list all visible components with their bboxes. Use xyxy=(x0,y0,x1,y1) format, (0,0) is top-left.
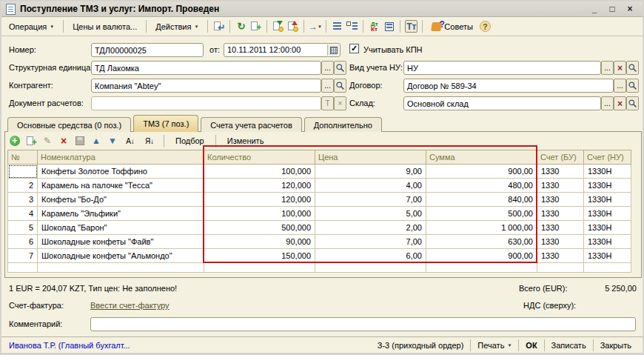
nu-kind-select-button[interactable]: ... xyxy=(601,61,614,75)
settlement-doc-input[interactable] xyxy=(91,96,321,110)
save-button[interactable]: Записать xyxy=(544,339,593,351)
document-coins-out-button[interactable] xyxy=(286,20,299,33)
cell-number[interactable]: 1 xyxy=(8,165,38,179)
date-field[interactable]: 10.11.2011 12:00:00 xyxy=(224,43,341,57)
cell-quantity[interactable]: 120,000 xyxy=(204,193,315,207)
warehouse-clear-button[interactable]: × xyxy=(614,96,626,110)
cell-price[interactable]: 7,00 xyxy=(315,193,426,207)
structural-unit-search-button[interactable] xyxy=(334,61,346,75)
tab-tmz[interactable]: ТМЗ (7 поз.) xyxy=(133,115,198,132)
cell-sum[interactable]: 1 000,00 xyxy=(426,221,537,235)
actions-menu-button[interactable]: Действия ▼ xyxy=(151,21,203,33)
minimize-button[interactable]: _ xyxy=(589,4,600,14)
cell-sum[interactable]: 840,00 xyxy=(426,193,537,207)
tab-settlement-accounts[interactable]: Счета учета расчетов xyxy=(201,117,301,132)
ok-button[interactable]: ОК xyxy=(518,339,543,351)
cell-number[interactable]: 4 xyxy=(8,207,38,221)
nu-kind-search-button[interactable] xyxy=(626,61,639,75)
cell-account-bu[interactable]: 1330 xyxy=(537,165,584,179)
repost-document-button[interactable]: ↵ xyxy=(212,20,225,33)
warehouse-search-button[interactable] xyxy=(626,96,639,110)
cell-account-bu[interactable]: 1330 xyxy=(537,179,584,193)
settlement-doc-text-button[interactable]: T xyxy=(321,96,334,110)
cell-nomenclature[interactable]: Карамель на палочке "Тесса" xyxy=(38,179,204,193)
copy-row-button[interactable]: + xyxy=(25,135,37,147)
delete-row-button[interactable]: × xyxy=(58,135,70,147)
contract-select-button[interactable]: ... xyxy=(614,79,626,93)
cell-quantity[interactable]: 150,000 xyxy=(204,249,315,263)
cell-account-bu[interactable]: 1330 xyxy=(537,193,584,207)
help-button[interactable]: ? xyxy=(480,21,491,32)
cell-price[interactable]: 2,00 xyxy=(315,221,426,235)
pick-button[interactable]: Подбор xyxy=(171,136,209,146)
tab-additional[interactable]: Дополнительно xyxy=(304,117,382,132)
warehouse-select-button[interactable]: ... xyxy=(601,96,614,110)
report-structure-button[interactable] xyxy=(383,20,395,33)
cell-account-bu[interactable]: 1330 xyxy=(537,235,584,249)
cell-number[interactable]: 5 xyxy=(8,221,38,235)
cell-quantity[interactable]: 500,000 xyxy=(204,221,315,235)
kpn-checkbox[interactable]: ✓ xyxy=(349,44,359,53)
refresh-button[interactable]: ↻ xyxy=(235,20,247,33)
cell-price[interactable]: 6,00 xyxy=(315,249,426,263)
checklist-button[interactable] xyxy=(346,20,358,33)
cell-account-nu[interactable]: 1330Н xyxy=(584,165,631,179)
close-button[interactable]: × xyxy=(625,4,635,14)
tips-button[interactable]: Советы xyxy=(427,21,477,33)
cell-account-nu[interactable]: 1330Н xyxy=(584,193,631,207)
cell-quantity[interactable]: 100,000 xyxy=(204,165,315,179)
cell-account-nu[interactable]: 1330Н xyxy=(584,207,631,221)
document-coins-in-button[interactable] xyxy=(272,20,284,33)
warehouse-input[interactable] xyxy=(403,96,601,110)
sort-desc-button[interactable]: Я↓ xyxy=(142,135,157,147)
receipt-order-button[interactable]: З-3 (приходный ордер) xyxy=(371,339,471,351)
nu-kind-clear-button[interactable]: × xyxy=(614,61,626,75)
settlement-doc-clear-button[interactable]: × xyxy=(334,96,346,110)
copy-document-button[interactable]: + xyxy=(249,20,262,33)
cell-sum[interactable]: 900,00 xyxy=(426,249,537,263)
end-edit-button[interactable] xyxy=(74,135,86,147)
contract-input[interactable] xyxy=(403,79,614,93)
print-button[interactable]: Печать ▼ xyxy=(470,339,518,351)
cell-nomenclature[interactable]: Шоколадные конфеты "Файв" xyxy=(38,235,204,249)
cell-sum[interactable]: 480,00 xyxy=(426,179,537,193)
cell-number[interactable]: 7 xyxy=(8,249,38,263)
cell-number[interactable]: 2 xyxy=(8,179,38,193)
cell-account-nu[interactable]: 1330Н xyxy=(584,179,631,193)
change-button[interactable]: Изменить xyxy=(223,136,269,146)
add-row-button[interactable]: + xyxy=(9,135,21,147)
cell-price[interactable]: 7,00 xyxy=(315,235,426,249)
cell-sum[interactable]: 900,00 xyxy=(426,165,537,179)
edit-row-button[interactable]: ✎ xyxy=(41,135,53,147)
structure-list-button[interactable] xyxy=(331,20,343,33)
goto-button[interactable]: → ▼ xyxy=(309,20,321,33)
maximize-button[interactable]: □ xyxy=(607,4,617,14)
cell-price[interactable]: 5,00 xyxy=(315,207,426,221)
sort-asc-button[interactable]: А↓ xyxy=(123,135,138,147)
cell-sum[interactable]: 630,00 xyxy=(426,235,537,249)
cell-nomenclature[interactable]: Шоколад "Барон" xyxy=(38,221,204,235)
cell-nomenclature[interactable]: Конфеты Золотое Тоффино xyxy=(38,165,204,179)
cell-sum[interactable]: 500,00 xyxy=(426,207,537,221)
dt-kt-postings-button[interactable]: Дт Кт xyxy=(368,20,380,33)
structural-unit-select-button[interactable]: ... xyxy=(321,61,334,75)
close-form-button[interactable]: Закрыть xyxy=(593,339,638,351)
cell-account-nu[interactable]: 1330Н xyxy=(584,235,631,249)
tab-fixed-assets[interactable]: Основные средства (0 поз.) xyxy=(7,117,131,132)
cell-quantity[interactable]: 90,000 xyxy=(204,235,315,249)
calendar-button[interactable] xyxy=(327,44,339,56)
cell-number[interactable]: 3 xyxy=(8,193,38,207)
cell-nomenclature[interactable]: Шоколадные конфеты "Альмондо" xyxy=(38,249,204,263)
cell-account-nu[interactable]: 1330Н xyxy=(584,249,631,263)
operation-menu-button[interactable]: Операция ▼ xyxy=(4,21,58,33)
nu-kind-input[interactable] xyxy=(403,61,601,75)
cell-quantity[interactable]: 120,000 xyxy=(204,179,315,193)
counterparty-input[interactable] xyxy=(91,79,321,93)
cell-account-bu[interactable]: 1330 xyxy=(537,207,584,221)
prices-currency-button[interactable]: Цены и валюта... xyxy=(68,21,141,33)
cell-nomenclature[interactable]: Карамель "Эльфики" xyxy=(38,207,204,221)
move-up-button[interactable]: ▲ xyxy=(90,135,102,147)
move-down-button[interactable]: ▼ xyxy=(107,135,118,147)
cell-quantity[interactable]: 100,000 xyxy=(204,207,315,221)
structural-unit-input[interactable] xyxy=(91,61,321,75)
